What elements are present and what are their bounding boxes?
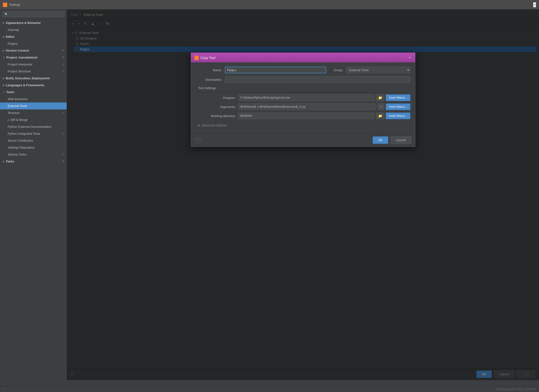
advanced-options-label: Advanced Options — [201, 124, 227, 127]
sidebar-item-label: Appearance & Behavior — [6, 21, 41, 25]
sidebar-item-label: Server Certificates — [8, 139, 33, 142]
dialog-ok-button[interactable]: OK — [373, 136, 388, 144]
tool-settings-title: Tool Settings — [196, 86, 410, 90]
sidebar-item-terminal[interactable]: Terminal ⚙ — [0, 109, 67, 116]
sidebar-item-python-external-doc[interactable]: Python External Documentation — [0, 123, 67, 130]
sidebar-item-label: Tasks — [6, 160, 14, 163]
sidebar-item-label: Diff & Merge — [11, 118, 28, 122]
working-dir-label: Working directory: — [202, 114, 236, 118]
settings-icon: ⚙ — [62, 56, 64, 59]
sidebar: ▶ Appearance & Behavior Keymap ▶ Editor … — [0, 10, 67, 380]
dialog-title-bar: Copy Tool × — [191, 53, 415, 62]
window-close-button[interactable]: × — [533, 2, 536, 7]
arguments-label: Arguments: — [202, 105, 236, 109]
copy-tool-dialog: Copy Tool × Name: Group: External Tools — [191, 53, 415, 147]
sidebar-item-editor[interactable]: ▶ Editor — [0, 33, 67, 40]
sidebar-item-tools[interactable]: ▼ Tools — [0, 89, 67, 96]
sidebar-item-tasks[interactable]: ▶ Tasks ⚙ — [0, 158, 67, 165]
search-input[interactable] — [2, 11, 64, 17]
advanced-options-arrow-icon: ▶ — [198, 124, 200, 127]
sidebar-item-label: Project Interpreter — [8, 63, 33, 66]
dialog-icon — [194, 56, 199, 60]
settings-icon: ⚙ — [62, 153, 64, 156]
sidebar-item-label: Project: translatetool — [6, 56, 37, 59]
sidebar-item-plugins[interactable]: Plugins — [0, 40, 67, 47]
sidebar-item-diff-merge[interactable]: ▶ Diff & Merge — [0, 116, 67, 123]
program-input-wrapper: 📁 Insert Macro... — [238, 94, 410, 101]
sidebar-item-version-control[interactable]: ▶ Version Control ⚙ — [0, 47, 67, 54]
working-dir-browse-button[interactable]: 📁 — [376, 113, 384, 119]
working-dir-row: Working directory: 📁 Insert Macro... — [196, 113, 410, 119]
arrow-icon: ▶ — [3, 84, 5, 86]
settings-icon: ⚙ — [62, 132, 64, 135]
sidebar-item-web-browsers[interactable]: Web Browsers — [0, 96, 67, 102]
arguments-input[interactable] — [238, 103, 376, 110]
arrow-icon: ▶ — [3, 22, 5, 24]
arrow-icon: ▶ — [3, 36, 5, 38]
settings-icon: ⚙ — [62, 63, 64, 66]
sidebar-item-label: Project Structure — [8, 70, 31, 73]
dialog-body: Name: Group: External Tools Description:… — [191, 62, 415, 133]
group-select[interactable]: External Tools — [346, 67, 410, 73]
sidebar-item-keymap[interactable]: Keymap — [0, 26, 67, 33]
settings-icon: ⚙ — [62, 70, 64, 73]
working-dir-insert-macro-button[interactable]: Insert Macro... — [386, 113, 410, 119]
sidebar-item-project[interactable]: ▼ Project: translatetool ⚙ — [0, 54, 67, 61]
arrow-icon: ▶ — [8, 119, 9, 121]
arrow-icon: ▶ — [3, 77, 5, 80]
window-title: Settings — [9, 3, 20, 6]
program-insert-macro-button[interactable]: Insert Macro... — [386, 94, 410, 101]
content-area: Tools › External Tools + − ✎ ▲ ▼ ⧉ ▼ Ext… — [67, 10, 539, 380]
app-icon — [3, 3, 7, 7]
sidebar-item-label: Plugins — [8, 42, 18, 45]
arrow-icon: ▶ — [3, 49, 5, 52]
sidebar-item-settings-repo[interactable]: Settings Repository — [0, 144, 67, 151]
group-label: Group: — [329, 68, 343, 72]
arguments-insert-macro-button[interactable]: Insert Macro... — [386, 103, 410, 110]
sidebar-item-label: External Tools — [8, 104, 27, 108]
dialog-title-label: Copy Tool — [201, 56, 215, 60]
modal-overlay: Copy Tool × Name: Group: External Tools — [67, 10, 539, 380]
help-text: ? — [3, 388, 4, 391]
dialog-cancel-button[interactable]: Cancel — [391, 136, 411, 144]
description-label: Description: — [196, 78, 222, 81]
sidebar-item-external-tools[interactable]: External Tools — [0, 102, 67, 109]
description-input[interactable] — [225, 76, 410, 83]
name-group-row: Name: Group: External Tools — [196, 67, 410, 73]
advanced-options-toggle[interactable]: ▶ Advanced Options — [196, 122, 410, 129]
arguments-browse-button[interactable]: ↗ — [378, 103, 384, 110]
program-browse-button[interactable]: 📁 — [376, 94, 384, 101]
dialog-help-button[interactable]: ? — [195, 137, 201, 143]
program-row: Program: 📁 Insert Macro... — [196, 94, 410, 101]
name-input[interactable] — [225, 67, 326, 73]
sidebar-item-label: Tools — [6, 90, 14, 94]
sidebar-item-label: Python Integrated Tools — [8, 132, 40, 135]
arguments-input-wrapper: ↗ Insert Macro... — [238, 103, 410, 110]
sidebar-item-project-interpreter[interactable]: Project Interpreter ⚙ — [0, 61, 67, 68]
sidebar-item-startup-tasks[interactable]: Startup Tasks ⚙ — [0, 151, 67, 158]
sidebar-item-label: Terminal — [8, 111, 19, 115]
arrow-icon: ▼ — [3, 91, 5, 93]
sidebar-item-label: Version Control — [6, 49, 29, 52]
separator-1 — [196, 92, 410, 92]
program-label: Program: — [202, 96, 236, 100]
sidebar-item-label: Build, Execution, Deployment — [6, 76, 49, 80]
sidebar-item-server-certs[interactable]: Server Certificates — [0, 137, 67, 144]
sidebar-item-label: Startup Tasks — [8, 153, 27, 156]
sidebar-item-appearance[interactable]: ▶ Appearance & Behavior — [0, 19, 67, 26]
sidebar-search-container — [0, 10, 67, 19]
sidebar-item-label: Settings Repository — [8, 146, 35, 149]
program-input[interactable] — [238, 94, 375, 101]
working-dir-input[interactable] — [238, 113, 375, 119]
sidebar-item-project-structure[interactable]: Project Structure ⚙ — [0, 68, 67, 75]
sidebar-item-label: Python External Documentation — [8, 125, 51, 129]
sidebar-item-languages[interactable]: ▶ Languages & Frameworks — [0, 82, 67, 89]
sidebar-item-label: Web Browsers — [8, 97, 28, 101]
sidebar-item-build[interactable]: ▶ Build, Execution, Deployment — [0, 75, 67, 82]
settings-icon: ⚙ — [62, 160, 64, 163]
dialog-close-button[interactable]: × — [408, 56, 412, 60]
arrow-icon: ▼ — [3, 56, 5, 59]
sidebar-item-label: Languages & Frameworks — [6, 83, 44, 87]
sidebar-item-python-integrated[interactable]: Python Integrated Tools ⚙ — [0, 130, 67, 137]
dialog-footer: ? OK Cancel — [191, 133, 415, 147]
